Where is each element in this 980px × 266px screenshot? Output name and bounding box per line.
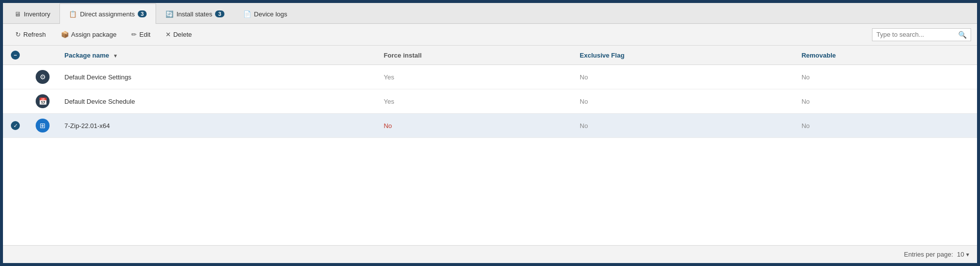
tab-direct-assignments[interactable]: 📋 Direct assignments 3 xyxy=(59,3,156,24)
row-0-checkbox-cell xyxy=(3,65,28,89)
delete-icon: ✕ xyxy=(165,31,171,38)
row-2-checkbox-cell: ✓ xyxy=(3,114,28,138)
assign-icon: 📦 xyxy=(61,31,69,38)
delete-label: Delete xyxy=(173,31,192,38)
row-1-checkbox-cell xyxy=(3,89,28,114)
row-1-exclusive-flag: No xyxy=(573,89,795,114)
delete-button[interactable]: ✕ Delete xyxy=(159,28,199,41)
col-package-name-label: Package name xyxy=(64,52,109,59)
col-removable-label: Removable xyxy=(802,52,836,59)
entries-value: 10 xyxy=(957,251,964,258)
row-2-exclusive-flag: No xyxy=(573,114,795,138)
row-0-force-install: Yes xyxy=(377,65,573,89)
tab-device-logs-label: Device logs xyxy=(254,10,287,18)
col-force-install: Force install xyxy=(377,46,573,65)
search-icon: 🔍 xyxy=(958,31,967,39)
monitor-icon: 🖥 xyxy=(14,10,21,18)
row-2-force-install: No xyxy=(377,114,573,138)
tab-inventory[interactable]: 🖥 Inventory xyxy=(5,3,59,24)
row-0-icon-cell: ⚙ xyxy=(28,65,57,89)
tab-inventory-label: Inventory xyxy=(24,10,50,18)
edit-button[interactable]: ✏ Edit xyxy=(125,28,157,41)
row-1-removable: No xyxy=(795,89,977,114)
sort-arrow-icon: ▼ xyxy=(113,53,118,59)
col-removable: Removable xyxy=(795,46,977,65)
col-select: − xyxy=(3,46,28,65)
search-box[interactable]: 🔍 xyxy=(872,28,971,41)
table-row[interactable]: 📅Default Device ScheduleYesNoNo xyxy=(3,89,977,114)
table-header-row: − Package name ▼ Force install Exclusive… xyxy=(3,46,977,65)
col-exclusive-flag-label: Exclusive Flag xyxy=(580,52,624,59)
row-0-package-name: Default Device Settings xyxy=(57,65,377,89)
row-1-icon-cell: 📅 xyxy=(28,89,57,114)
table-container: − Package name ▼ Force install Exclusive… xyxy=(3,46,977,245)
row-2-checkbox[interactable]: ✓ xyxy=(11,121,20,130)
tab-direct-assignments-label: Direct assignments xyxy=(80,10,135,18)
row-2-icon-cell: ⊞ xyxy=(28,114,57,138)
tab-device-logs[interactable]: 📄 Device logs xyxy=(234,3,297,24)
install-states-badge: 3 xyxy=(215,10,224,17)
col-force-install-label: Force install xyxy=(383,52,422,59)
row-2-package-name: 7-Zip-22.01-x64 xyxy=(57,114,377,138)
chevron-down-icon: ▾ xyxy=(966,251,969,258)
row-1-pkg-icon: 📅 xyxy=(36,94,50,108)
entries-per-page-label: Entries per page: xyxy=(904,251,953,258)
search-input[interactable] xyxy=(876,31,955,38)
toolbar: ↻ Refresh 📦 Assign package ✏ Edit ✕ Dele… xyxy=(3,24,977,46)
packages-table: − Package name ▼ Force install Exclusive… xyxy=(3,46,977,138)
select-all-checkbox[interactable]: − xyxy=(11,51,20,60)
tab-install-states[interactable]: 🔄 Install states 3 xyxy=(156,3,233,24)
tab-install-states-label: Install states xyxy=(176,10,212,18)
entries-dropdown[interactable]: 10 ▾ xyxy=(957,251,969,258)
direct-assignments-badge: 3 xyxy=(138,10,147,17)
refresh-tab-icon: 🔄 xyxy=(165,10,173,18)
row-0-pkg-icon: ⚙ xyxy=(36,70,50,84)
table-footer: Entries per page: 10 ▾ xyxy=(3,245,977,263)
row-1-package-name: Default Device Schedule xyxy=(57,89,377,114)
row-0-removable: No xyxy=(795,65,977,89)
main-container: 🖥 Inventory 📋 Direct assignments 3 🔄 Ins… xyxy=(2,2,978,264)
row-2-pkg-icon: ⊞ xyxy=(36,119,50,133)
tab-bar: 🖥 Inventory 📋 Direct assignments 3 🔄 Ins… xyxy=(3,3,977,24)
refresh-button[interactable]: ↻ Refresh xyxy=(9,28,53,41)
assign-package-button[interactable]: 📦 Assign package xyxy=(54,28,123,41)
col-icon xyxy=(28,46,57,65)
clipboard-icon: 📋 xyxy=(69,10,77,18)
edit-label: Edit xyxy=(139,31,150,38)
table-body: ⚙Default Device SettingsYesNoNo📅Default … xyxy=(3,65,977,138)
edit-icon: ✏ xyxy=(131,31,137,38)
col-package-name[interactable]: Package name ▼ xyxy=(57,46,377,65)
row-0-exclusive-flag: No xyxy=(573,65,795,89)
document-icon: 📄 xyxy=(243,10,251,18)
row-1-force-install: Yes xyxy=(377,89,573,114)
row-2-removable: No xyxy=(795,114,977,138)
col-exclusive-flag: Exclusive Flag xyxy=(573,46,795,65)
table-row[interactable]: ✓⊞7-Zip-22.01-x64NoNoNo xyxy=(3,114,977,138)
assign-label: Assign package xyxy=(71,31,117,38)
refresh-icon: ↻ xyxy=(15,31,21,38)
refresh-label: Refresh xyxy=(23,31,46,38)
table-row[interactable]: ⚙Default Device SettingsYesNoNo xyxy=(3,65,977,89)
